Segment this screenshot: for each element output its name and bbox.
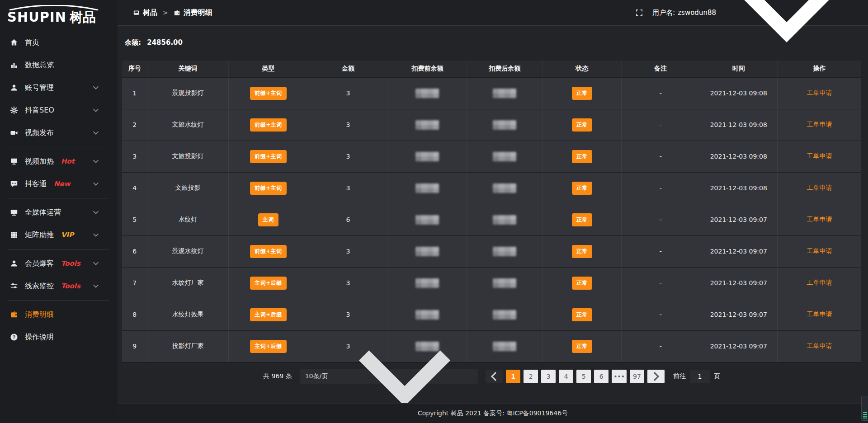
work-order-link[interactable]: 工单申请 <box>807 152 832 160</box>
chevron-down-icon <box>92 129 100 137</box>
sidebar-item-operation-guide[interactable]: ?操作说明 <box>0 326 118 348</box>
cell-keyword: 水纹灯 <box>147 204 228 235</box>
cell-keyword: 文旅水纹灯 <box>147 109 228 141</box>
sidebar-divider <box>8 300 109 301</box>
sidebar-item-member-burst[interactable]: 会员爆客Tools <box>0 252 118 275</box>
monitor-play-icon <box>10 157 18 165</box>
cell-action: 工单申请 <box>778 172 862 204</box>
cell-action: 工单申请 <box>778 109 862 141</box>
page-size-value: 10条/页 <box>305 372 328 381</box>
cell-index: 9 <box>122 330 147 362</box>
sidebar-item-label: 线索监控 <box>25 282 54 291</box>
cell-pre_balance <box>388 172 467 204</box>
app-root: SHUPIN 树品 首页数据总览账号管理抖音SEO视频发布视频加热Hot抖客通N… <box>0 0 868 423</box>
type-badge: 主词+后缀 <box>250 340 287 353</box>
page-button-5[interactable]: 5 <box>576 370 591 383</box>
table-row: 3文旅投影灯前缀+主词3正常-2021-12-03 09:08工单申请 <box>122 141 861 172</box>
sidebar-divider <box>8 249 109 249</box>
sidebar-item-label: 视频加热 <box>25 157 54 166</box>
cell-amount: 3 <box>308 109 388 141</box>
work-order-link[interactable]: 工单申请 <box>807 342 832 349</box>
cell-keyword: 文旅投影 <box>147 172 228 204</box>
page-button-3[interactable]: 3 <box>541 370 556 383</box>
page-button-2[interactable]: 2 <box>524 370 538 383</box>
table-row: 1景观投影灯前缀+主词3正常-2021-12-03 09:08工单申请 <box>122 77 861 109</box>
cell-pre_balance <box>388 141 467 172</box>
mini-chat-widget[interactable] <box>861 396 868 421</box>
footer: Copyright 树品 2021 备案号: 粤ICP备09019646号 <box>118 403 868 423</box>
type-badge: 主词 <box>258 213 278 226</box>
status-badge: 正常 <box>572 150 592 163</box>
cell-time: 2021-12-03 09:07 <box>700 267 777 299</box>
page-size-select[interactable]: 10条/页 <box>300 369 478 384</box>
type-badge: 前缀+主词 <box>250 182 287 195</box>
cell-index: 6 <box>122 235 147 267</box>
cell-keyword: 水纹灯厂家 <box>147 267 228 299</box>
type-badge: 主词+后缀 <box>250 277 287 290</box>
status-badge: 正常 <box>572 340 592 353</box>
chat-icon <box>10 180 18 188</box>
breadcrumb-item[interactable]: 消费明细 <box>174 8 212 18</box>
fullscreen-icon[interactable] <box>635 9 643 17</box>
cell-status: 正常 <box>542 330 621 362</box>
help-icon: ? <box>10 333 18 341</box>
masked-balance-value <box>493 183 516 193</box>
work-order-link[interactable]: 工单申请 <box>807 89 832 96</box>
bar-chart-icon <box>10 61 18 69</box>
status-badge: 正常 <box>572 245 592 258</box>
column-header-post_balance: 扣费后余额 <box>467 61 542 77</box>
masked-balance-value <box>415 152 439 161</box>
sidebar-item-data-overview[interactable]: 数据总览 <box>0 54 118 76</box>
page-button-97[interactable]: 97 <box>630 370 644 383</box>
grid-icon <box>10 231 18 239</box>
sidebar-item-home[interactable]: 首页 <box>0 31 118 54</box>
column-header-time: 时间 <box>700 61 777 77</box>
cell-status: 正常 <box>542 77 621 109</box>
cell-index: 3 <box>122 141 147 172</box>
sidebar-item-consumption-detail[interactable]: 消费明细 <box>0 303 118 326</box>
cell-amount: 3 <box>308 235 388 267</box>
work-order-link[interactable]: 工单申请 <box>807 184 832 191</box>
chevron-down-icon <box>92 180 100 188</box>
wallet-icon <box>10 310 18 319</box>
masked-balance-value <box>493 278 516 288</box>
goto-page-input[interactable] <box>690 370 710 383</box>
breadcrumb-item[interactable]: 树品 <box>133 8 157 18</box>
page-button-1[interactable]: 1 <box>506 370 520 383</box>
cell-type: 前缀+主词 <box>228 109 308 141</box>
work-order-link[interactable]: 工单申请 <box>807 247 832 254</box>
breadcrumb-label: 消费明细 <box>184 8 212 18</box>
type-badge: 前缀+主词 <box>250 245 287 258</box>
sidebar-item-video-heating[interactable]: 视频加热Hot <box>0 150 118 173</box>
cell-type: 主词+后缀 <box>228 330 308 362</box>
sidebar-item-lead-monitor[interactable]: 线索监控Tools <box>0 275 118 297</box>
sidebar-item-video-publish[interactable]: 视频发布 <box>0 122 118 144</box>
sidebar-item-matrix-boost[interactable]: 矩阵助推VIP <box>0 224 118 246</box>
column-header-pre_balance: 扣费前余额 <box>388 61 467 77</box>
sidebar-item-all-media-operation[interactable]: 全媒体运营 <box>0 201 118 224</box>
next-page-button[interactable] <box>647 370 665 383</box>
cell-type: 主词 <box>228 204 308 235</box>
sidebar-item-label: 首页 <box>25 38 39 47</box>
sidebar-item-label: 全媒体运营 <box>25 208 61 217</box>
cell-amount: 3 <box>308 77 388 109</box>
work-order-link[interactable]: 工单申请 <box>807 279 832 286</box>
work-order-link[interactable]: 工单申请 <box>807 121 832 128</box>
breadcrumb-separator: > <box>163 9 168 16</box>
page-button-6[interactable]: 6 <box>594 370 609 383</box>
sidebar-item-account-management[interactable]: 账号管理 <box>0 76 118 99</box>
column-header-type: 类型 <box>228 61 308 77</box>
topbar: 树品>消费明细 用户名: zswodun88 <box>118 0 868 26</box>
table-row: 4文旅投影前缀+主词3正常-2021-12-03 09:08工单申请 <box>122 172 861 204</box>
prev-page-button[interactable] <box>486 370 503 383</box>
work-order-link[interactable]: 工单申请 <box>807 216 832 223</box>
page-button-4[interactable]: 4 <box>559 370 573 383</box>
work-order-link[interactable]: 工单申请 <box>807 310 832 318</box>
sidebar-item-douketong[interactable]: 抖客通New <box>0 173 118 195</box>
page-ellipsis-button[interactable]: ••• <box>612 370 627 383</box>
logo-text: SHUPIN 树品 <box>7 11 111 24</box>
masked-balance-value <box>493 247 516 256</box>
app-icon <box>133 9 140 16</box>
sidebar-item-tag: Tools <box>61 282 80 290</box>
sidebar-item-douyin-seo[interactable]: 抖音SEO <box>0 99 118 122</box>
